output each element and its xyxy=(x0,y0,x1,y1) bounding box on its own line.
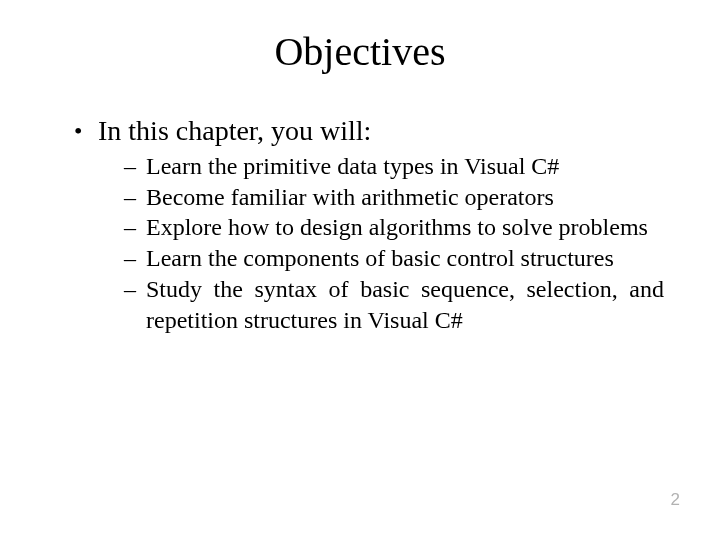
bullet-item: Explore how to design algorithms to solv… xyxy=(124,212,664,243)
sub-list: Learn the primitive data types in Visual… xyxy=(98,151,664,335)
bullet-text: Learn the components of basic control st… xyxy=(146,245,614,271)
intro-item: In this chapter, you will: Learn the pri… xyxy=(74,115,664,335)
main-list: In this chapter, you will: Learn the pri… xyxy=(56,115,664,335)
bullet-item: Become familiar with arithmetic operator… xyxy=(124,182,664,213)
bullet-text: Explore how to design algorithms to solv… xyxy=(146,214,648,240)
bullet-text: Learn the primitive data types in Visual… xyxy=(146,153,559,179)
bullet-item: Learn the primitive data types in Visual… xyxy=(124,151,664,182)
bullet-text: Study the syntax of basic sequence, sele… xyxy=(146,276,664,333)
slide: Objectives In this chapter, you will: Le… xyxy=(0,0,720,540)
bullet-text: Become familiar with arithmetic operator… xyxy=(146,184,554,210)
page-number: 2 xyxy=(671,490,680,510)
bullet-item: Study the syntax of basic sequence, sele… xyxy=(124,274,664,335)
bullet-item: Learn the components of basic control st… xyxy=(124,243,664,274)
slide-title: Objectives xyxy=(56,28,664,75)
intro-text: In this chapter, you will: xyxy=(98,115,371,146)
